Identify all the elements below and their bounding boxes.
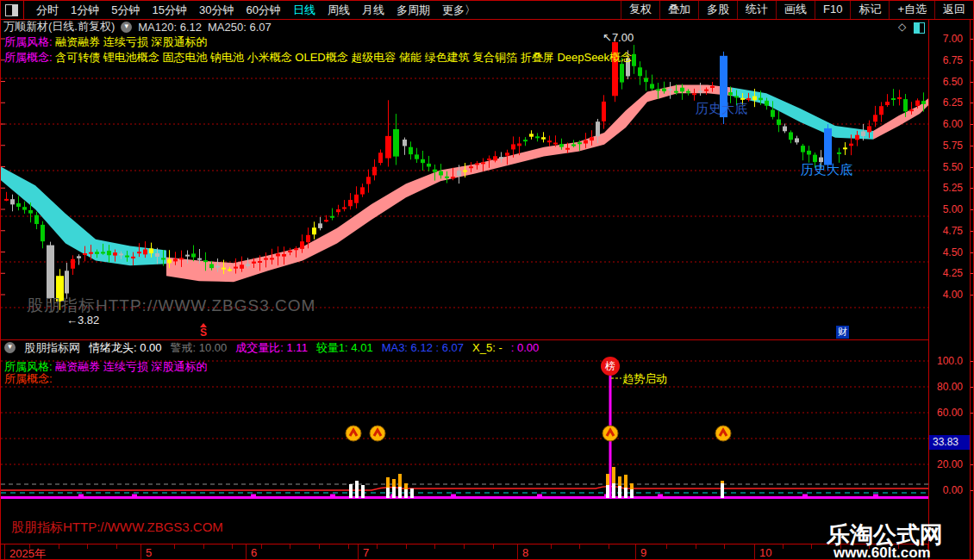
date-minor-tick [783,544,784,549]
toolbar-button-+自选[interactable]: +自选 [889,1,934,19]
axis-label: 4.00 [943,289,963,301]
concept-row: 所属概念: 含可转债 锂电池概念 固态电池 钠电池 小米概念 OLED概念 超级… [4,50,632,65]
period-tab-多周期[interactable]: 多周期 [396,3,430,18]
date-minor-tick [811,544,812,549]
indicator-header: ▾ 股朋指标网 情绪龙头: 0.00警戒: 10.00成交量比: 1.11较量1… [4,340,539,355]
axis-tick [971,146,974,146]
panel-concept-row: 所属概念: [4,371,53,387]
bang-rank-badge[interactable]: 榜 [601,357,620,376]
chart-canvas[interactable] [1,1,974,560]
date-minor-tick [406,544,407,549]
period-tab-月线[interactable]: 月线 [362,3,384,18]
axis-tick [971,82,974,83]
period-tab-5分钟[interactable]: 5分钟 [111,3,140,18]
history-bottom-label-2: 历史大底 [801,162,852,178]
ma250-value: MA250: 6.07 [208,21,272,34]
date-minor-tick [434,544,435,549]
indicator-chevron-icon[interactable]: ▾ [4,342,16,353]
axis-tick [971,124,974,125]
date-minor-tick [174,544,175,549]
date-minor-tick [377,544,378,549]
period-tab-1分钟[interactable]: 1分钟 [71,3,99,18]
date-minor-tick [609,544,609,549]
period-tab-15分钟[interactable]: 15分钟 [152,3,186,18]
toolbar-button-复权[interactable]: 复权 [621,1,659,19]
period-tabs: 分时1分钟5分钟15分钟30分钟60分钟日线周线月线多周期更多〉 [30,3,482,18]
date-minor-tick [203,544,204,549]
axis-tick-strip[interactable] [971,1,974,560]
axis-label: 6.50 [943,76,963,88]
cai-news-badge[interactable]: 财 [836,326,849,339]
axis-tick [971,60,974,61]
axis-tick [971,413,974,414]
axis-label: 5.75 [943,140,963,152]
toolbar-button-叠加[interactable]: 叠加 [659,1,698,19]
toolbar-button-画线[interactable]: 画线 [776,1,815,19]
toolbar-button-F10[interactable]: F10 [815,1,850,19]
date-minor-tick [696,544,696,549]
date-axis-label: 6 [251,546,257,559]
period-tab-分时[interactable]: 分时 [36,3,59,18]
concept-value: 含可转债 锂电池概念 固态电池 钠电池 小米概念 OLED概念 超级电容 储能 … [55,51,632,64]
period-tab-日线[interactable]: 日线 [293,3,315,18]
axis-tick [971,464,974,465]
toolbar-actions: 复权叠加多股统计画线F10标记+自选返回 [621,1,973,19]
date-axis-label: 5 [146,546,152,559]
axis-label: 5.50 [943,161,963,173]
axis-tick [971,490,974,491]
date-minor-tick [261,544,262,549]
date-axis-label: 2025年 [9,546,46,560]
period-tab-60分钟[interactable]: 60分钟 [246,3,280,18]
peak-price-annotation: ↖7.00 [603,31,634,44]
indicator-value: 成交量比: 1.11 [235,340,308,356]
axis-tick [971,387,974,388]
month-boundary-line [635,544,636,560]
axis-label: 5.00 [943,203,963,215]
toolbar-button-多股[interactable]: 多股 [698,1,737,19]
date-minor-tick [493,544,494,549]
toolbar-button-统计[interactable]: 统计 [737,1,776,19]
candlesticks [4,39,926,310]
axis-label: 6.75 [943,54,963,66]
signal-s-marker: S [198,323,209,338]
date-minor-tick [724,544,725,549]
date-minor-tick [579,544,580,549]
date-minor-tick [29,544,30,549]
layout-panel-icon[interactable] [914,22,925,34]
axis-tick [971,361,974,362]
collapse-chevron-icon[interactable]: ▾ [121,22,132,33]
date-axis[interactable]: 2025年5678910 [1,544,928,560]
window-split-icon[interactable] [5,4,18,16]
axis-label: 5.25 [943,182,963,194]
indicator-value: MA3: 6.12 : 6.07 [382,341,464,354]
axis-label: 6.00 [943,118,963,130]
date-minor-tick [319,544,320,549]
date-axis-label: 7 [363,546,369,559]
date-axis-label: 10 [759,546,771,559]
toolbar-button-标记[interactable]: 标记 [850,1,889,19]
risk-style-value: 融资融券 连续亏损 深股通标的 [55,35,207,48]
date-minor-tick [348,544,349,549]
axis-label: 60.00 [937,407,963,419]
toolbar-button-返回[interactable]: 返回 [934,1,973,19]
trading-app-window: 分时1分钟5分钟15分钟30分钟60分钟日线周线月线多周期更多〉 复权叠加多股统… [0,0,974,560]
date-minor-tick [59,544,59,549]
period-tab-更多〉[interactable]: 更多〉 [442,3,476,18]
axis-tick [971,209,974,210]
axis-tick [971,295,974,296]
diamond-icon[interactable]: ◇ [898,21,906,33]
risk-style-row: 所属风格: 融资融券 连续亏损 深股通标的 [4,34,207,50]
indicator-value: 情绪龙头: 0.00 [89,340,162,356]
indicator-value: 警戒: 10.00 [171,340,228,356]
period-tab-30分钟[interactable]: 30分钟 [199,3,234,18]
period-tab-周线[interactable]: 周线 [328,3,350,18]
date-minor-tick [232,544,233,549]
date-minor-tick [551,544,552,549]
site-watermark-url: www.60lt.com [834,544,931,560]
month-boundary-line [358,544,359,560]
indicator-title: 股朋指标网 [24,340,80,356]
axis-tick [971,39,974,40]
axis-tick [971,231,974,232]
axis-label: 20.00 [937,458,963,470]
axis-label: 4.25 [943,267,963,279]
